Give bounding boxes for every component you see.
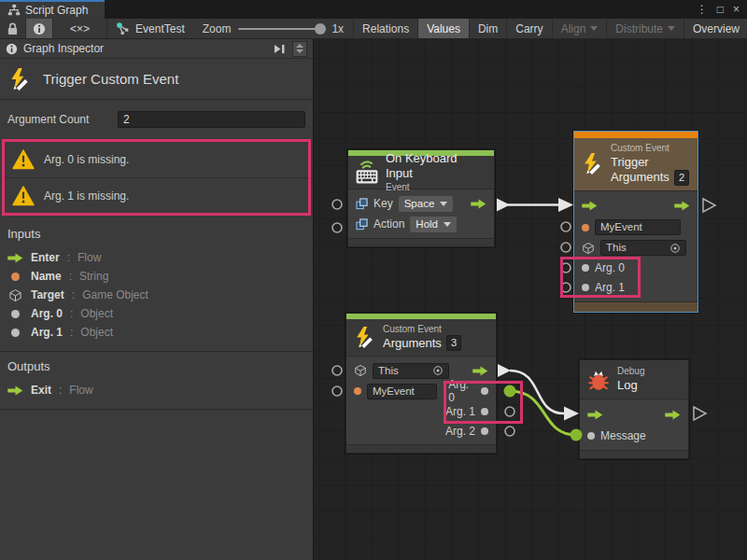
argument-count-badge: 3: [446, 335, 461, 351]
warnings-annotation-box: Arg. 0 is missing. Arg. 1 is missing.: [2, 139, 311, 216]
flow-out-arrow-icon[interactable]: [674, 201, 690, 211]
node-custom-event-arguments[interactable]: Custom Event Arguments3 This MyEvent: [345, 313, 497, 454]
flow-out-arrow-icon[interactable]: [665, 410, 681, 420]
lock-button[interactable]: [0, 19, 26, 38]
action-dropdown[interactable]: Hold: [410, 217, 457, 232]
port-label: Arg. 0: [448, 378, 475, 404]
graph-canvas[interactable]: On Keyboard Input Event Key Space Acti: [314, 39, 747, 560]
event-name-field[interactable]: MyEvent: [595, 219, 681, 235]
object-port-icon[interactable]: [582, 264, 589, 272]
port-circle: [505, 407, 514, 416]
zoom-slider[interactable]: [238, 28, 324, 30]
zoom-control: Zoom 1x: [193, 19, 353, 38]
flow-out-triangle: [694, 407, 706, 420]
dock-sidebar-icon[interactable]: [273, 44, 287, 54]
graph-breadcrumb[interactable]: EventTest: [107, 19, 193, 38]
port-circle: [561, 222, 571, 231]
game-object-cube-icon[interactable]: [582, 242, 595, 255]
object-port-icon[interactable]: [582, 284, 589, 291]
argument-count-input[interactable]: [118, 111, 305, 128]
flow-arrow-icon: [7, 253, 23, 263]
game-object-cube-icon[interactable]: [354, 364, 367, 377]
flow-in-arrow-icon[interactable]: [587, 410, 603, 420]
maximize-icon[interactable]: □: [717, 3, 724, 16]
object-picker-icon[interactable]: [432, 365, 444, 376]
object-port-icon[interactable]: [481, 427, 488, 435]
relations-button[interactable]: Relations: [353, 19, 418, 38]
inspector-header: Graph Inspector: [0, 39, 313, 59]
distribute-dropdown[interactable]: Distribute: [607, 19, 684, 38]
object-port-icon[interactable]: [481, 387, 488, 395]
wire-args-to-debug: [498, 364, 579, 421]
inspector-toggle-button[interactable]: [26, 19, 53, 38]
graph-tree-icon: [7, 4, 21, 17]
port-row-target: Target:Game Object: [7, 286, 305, 304]
argument-count-badge: 2: [674, 170, 689, 186]
object-port-icon[interactable]: [481, 408, 488, 415]
game-object-cube-icon: [8, 288, 22, 302]
selected-unit-header: Trigger Custom Event: [0, 59, 313, 100]
port-row-exit: Exit:Flow: [7, 381, 305, 399]
node-debug-log[interactable]: Debug Log Message: [579, 359, 689, 459]
info-icon: [33, 22, 46, 35]
string-port-icon[interactable]: [582, 224, 589, 231]
port-circle: [505, 427, 514, 436]
dropdown-port-icon: [356, 198, 368, 210]
lock-icon: [7, 21, 19, 35]
graph-asset-icon: [116, 21, 130, 35]
node-title: Arguments: [383, 336, 442, 351]
unit-title-text: Trigger Custom Event: [43, 71, 178, 87]
node-on-keyboard-input[interactable]: On Keyboard Input Event Key Space Acti: [347, 149, 495, 247]
node-title-line1: Trigger: [611, 155, 689, 170]
dim-button[interactable]: Dim: [470, 19, 507, 38]
node-title-line2: Arguments: [611, 170, 669, 185]
flow-out-arrow-icon[interactable]: [472, 366, 488, 376]
node-footer: [580, 450, 688, 458]
string-port-icon[interactable]: [354, 387, 361, 395]
inputs-section: Inputs Enter:Flow Name:String Target:Gam…: [0, 219, 313, 352]
code-icon: <×>: [70, 22, 90, 35]
port-row-enter: Enter:Flow: [7, 248, 305, 267]
zoom-slider-knob[interactable]: [315, 23, 326, 35]
custom-event-icon: [581, 152, 604, 175]
chevron-down-icon: [590, 26, 598, 31]
key-dropdown[interactable]: Space: [399, 196, 454, 212]
target-field[interactable]: This: [373, 363, 449, 379]
port-circle: [561, 263, 571, 273]
tab-script-graph[interactable]: Script Graph: [0, 0, 105, 19]
graph-name-label: EventTest: [135, 22, 185, 35]
down-arrow-icon: [296, 49, 303, 53]
argument-count-label: Argument Count: [7, 113, 110, 126]
object-picker-icon[interactable]: [669, 243, 681, 254]
selected-node-strip: [574, 132, 698, 138]
port-circle: [332, 223, 342, 232]
event-name-field[interactable]: MyEvent: [367, 384, 437, 399]
csharp-preview-button[interactable]: <×>: [53, 19, 107, 38]
warning-row: Arg. 1 is missing.: [5, 177, 308, 213]
window-menu-icon[interactable]: ⋮: [697, 3, 708, 16]
port-circle: [332, 200, 342, 209]
values-button[interactable]: Values: [418, 19, 470, 38]
carry-button[interactable]: Carry: [507, 19, 552, 38]
node-subtitle: Event: [386, 182, 487, 194]
object-port-icon: [11, 329, 20, 337]
align-dropdown[interactable]: Align: [553, 19, 608, 38]
argument-count-row: Argument Count: [0, 100, 313, 139]
flow-in-arrow-icon[interactable]: [582, 201, 598, 211]
warning-icon: [12, 149, 35, 170]
target-field[interactable]: This: [600, 240, 686, 256]
node-title: Log: [617, 378, 644, 393]
outputs-section: Outputs Exit:Flow: [0, 352, 313, 410]
warning-text: Arg. 1 is missing.: [44, 189, 129, 203]
graph-inspector-panel: Graph Inspector Trigger Custom Event Arg…: [0, 39, 314, 560]
close-icon[interactable]: ×: [733, 3, 740, 16]
object-port-icon[interactable]: [587, 432, 595, 440]
flow-out-arrow-icon[interactable]: [471, 199, 486, 209]
port-circle: [332, 386, 342, 396]
port-label: Arg. 0: [595, 261, 625, 274]
port-circle: [332, 366, 342, 375]
node-trigger-custom-event[interactable]: Custom Event Trigger Arguments2 MyEvent: [573, 131, 698, 313]
port-label: Action: [374, 217, 404, 231]
panel-cycle-control[interactable]: [292, 41, 307, 57]
overview-button[interactable]: Overview: [684, 19, 747, 38]
